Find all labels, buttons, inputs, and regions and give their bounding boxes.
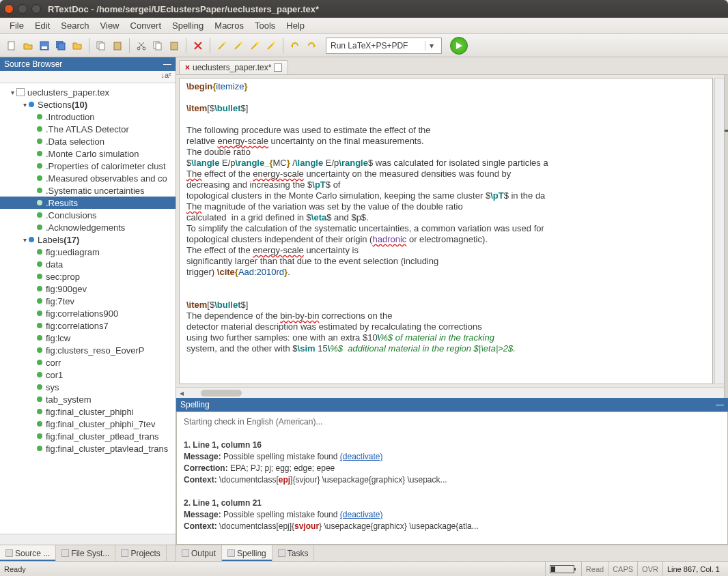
new-file-icon[interactable] [4,38,19,53]
tree-label-item[interactable]: fig:lcw [0,332,176,344]
run-button[interactable] [450,37,468,55]
paste-icon[interactable] [110,38,125,53]
tree-label-item[interactable]: fig:correlations900 [0,307,176,319]
window-maximize-button[interactable] [31,4,41,14]
tree-label-item[interactable]: fig:final_cluster_phiphi [0,405,176,418]
tree-section-item[interactable]: .Acknowledgements [0,221,176,233]
tree-label-item[interactable]: fig:7tev [0,295,176,307]
tab-icon [227,549,235,557]
tree-labels[interactable]: ▾Labels (17) [0,233,176,246]
paste2-icon[interactable] [167,38,182,53]
delete-icon[interactable] [191,38,206,53]
editor-hscrollbar[interactable]: ◂ [176,387,728,398]
menu-macros[interactable]: Macros [209,19,249,32]
tree-label-item[interactable]: fig:uediagram [0,246,176,258]
open-folder-icon[interactable] [70,38,85,53]
open-icon[interactable] [20,38,36,53]
tree-section-item[interactable]: .The ATLAS Detector [0,123,176,135]
status-bar: Ready Read CAPS OVR Line 867, Col. 1 [0,561,728,576]
battery-icon [550,565,574,573]
status-read: Read [581,562,608,576]
svg-point-16 [272,42,275,44]
wand3-icon[interactable] [247,38,262,53]
tab-icon [61,549,69,557]
tree-section-item[interactable]: .Results [0,197,176,209]
tree-label-item[interactable]: fig:clusters_reso_EoverP [0,344,176,356]
tree-label-item[interactable]: sys [0,381,176,393]
svg-rect-4 [58,43,65,50]
editor-tab[interactable]: × ueclusters_paper.tex* [179,60,288,74]
chevron-down-icon: ▾ [425,41,437,51]
menu-view[interactable]: View [95,19,125,32]
copy2-icon[interactable] [150,38,165,53]
tree-label-item[interactable]: sec:prop [0,270,176,283]
wand2-icon[interactable] [231,38,246,53]
panel-minimize-icon[interactable]: — [163,59,171,69]
svg-point-14 [240,42,242,44]
sidebar-hscrollbar[interactable] [0,534,176,545]
spelling-panel-body[interactable]: Starting check in English (American)...1… [176,412,728,545]
window-close-button[interactable] [4,4,14,14]
bottom-tabbar: Source ...File Syst...Projects OutputSpe… [0,545,728,561]
tree-section-item[interactable]: .Properties of calorimeter clust [0,160,176,172]
save-icon[interactable] [37,38,52,53]
copy-icon[interactable] [94,38,109,53]
menu-spelling[interactable]: Spelling [167,19,209,32]
tree-section-item[interactable]: .Monte Carlo simulation [0,147,176,160]
run-target-combo[interactable]: Run LaTeX+PS+PDF ▾ [326,38,442,54]
panel-tab[interactable]: Output [176,545,222,561]
undo-icon[interactable] [288,38,303,53]
svg-rect-0 [8,42,14,50]
cut-icon[interactable] [134,38,149,53]
deactivate-link[interactable]: (deactivate) [340,510,383,519]
svg-point-15 [256,42,259,44]
source-tree[interactable]: ▾ueclusters_paper.tex▾Sections (10).Intr… [0,83,176,534]
tab-close-icon[interactable]: × [185,63,190,72]
tree-section-item[interactable]: .Introduction [0,111,176,123]
tree-label-item[interactable]: fig:correlations7 [0,319,176,332]
tree-label-item[interactable]: tab_system [0,393,176,405]
tree-section-item[interactable]: .Data selection [0,135,176,147]
tree-label-item[interactable]: corr [0,356,176,369]
window-minimize-button[interactable] [18,4,27,14]
tree-section-item[interactable]: .Systematic uncertainties [0,184,176,197]
status-caps: CAPS [608,562,637,576]
file-icon [274,63,282,72]
tree-label-item[interactable]: fig:900gev [0,283,176,295]
tree-label-item[interactable]: fig:final_cluster_ptlead_trans [0,430,176,442]
panel-tab[interactable]: Source ... [0,545,56,561]
tree-root[interactable]: ▾ueclusters_paper.tex [0,86,176,98]
tree-label-item[interactable]: fig:final_cluster_ptavlead_trans [0,442,176,455]
panel-minimize-icon[interactable]: — [716,400,724,409]
panel-tab[interactable]: Projects [115,545,166,561]
tab-icon [278,549,285,557]
menu-search[interactable]: Search [55,19,94,32]
toolbar: Run LaTeX+PS+PDF ▾ [0,34,728,57]
status-ovr: OVR [637,562,662,576]
svg-point-13 [223,42,226,44]
menu-file[interactable]: File [4,19,29,32]
menu-tools[interactable]: Tools [249,19,281,32]
wand4-icon[interactable] [264,38,279,53]
tree-label-item[interactable]: cor1 [0,369,176,381]
menu-convert[interactable]: Convert [125,19,167,32]
panel-tab[interactable]: Tasks [272,545,315,561]
panel-tab[interactable]: File Syst... [56,545,115,561]
tree-section-item[interactable]: .Conclusions [0,209,176,221]
wand1-icon[interactable] [214,38,229,53]
redo-icon[interactable] [304,38,319,53]
tree-sections[interactable]: ▾Sections (10) [0,98,176,111]
tree-label-item[interactable]: data [0,258,176,270]
sort-icon[interactable]: ↓aᶻ [160,71,171,79]
menu-help[interactable]: Help [281,19,310,32]
tab-label: ueclusters_paper.tex* [193,63,271,72]
save-all-icon[interactable] [53,38,68,53]
deactivate-link[interactable]: (deactivate) [340,452,383,461]
tree-section-item[interactable]: .Measured observables and co [0,172,176,184]
svg-rect-6 [99,43,104,50]
editor-overview-ruler[interactable] [724,75,728,398]
menu-edit[interactable]: Edit [29,19,55,32]
text-editor[interactable]: \begin{itemize} \item[$\bullet$] The fol… [179,78,713,384]
panel-tab[interactable]: Spelling [222,545,272,561]
tree-label-item[interactable]: fig:final_cluster_phiphi_7tev [0,418,176,430]
